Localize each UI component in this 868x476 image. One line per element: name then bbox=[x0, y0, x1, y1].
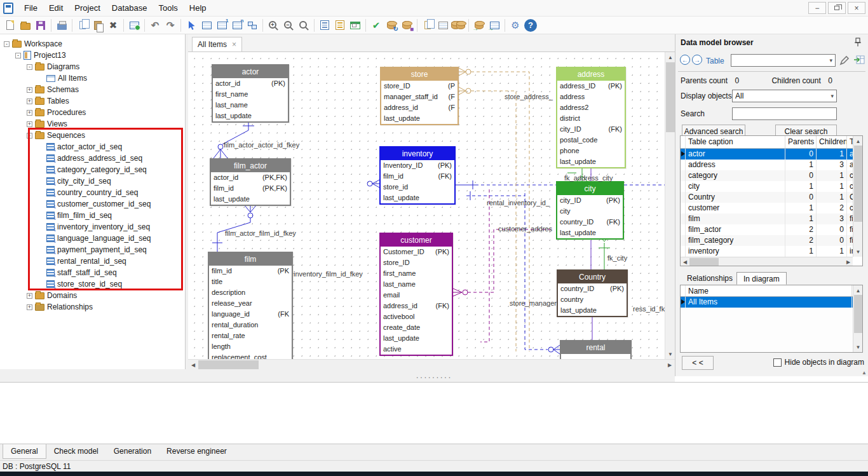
scroll-right-icon[interactable]: ▶ bbox=[665, 360, 675, 370]
tree-item-inventory_inventory_id_seq[interactable]: inventory_inventory_id_seq bbox=[0, 221, 185, 233]
collapse-panel-button[interactable]: < < bbox=[682, 356, 714, 370]
tree-item-project13[interactable]: -Project13 bbox=[0, 50, 185, 61]
scroll-down-icon[interactable]: ▼ bbox=[853, 342, 863, 352]
tree-item-language_language_id_seq[interactable]: language_language_id_seq bbox=[0, 233, 185, 244]
table-row-actor[interactable]: actor01actor bbox=[681, 149, 862, 160]
table-row-film_category[interactable]: film_category20film_category bbox=[681, 235, 862, 246]
close-tab-icon[interactable]: × bbox=[232, 40, 236, 49]
zoom-in-icon[interactable]: + bbox=[266, 18, 281, 33]
expand-icon[interactable]: + bbox=[27, 293, 32, 299]
check-model-icon[interactable]: ✔ bbox=[369, 18, 384, 33]
nav-forward-button[interactable]: → bbox=[692, 55, 702, 65]
help-icon[interactable]: ? bbox=[524, 19, 537, 32]
tree-item-procedures[interactable]: +Procedures bbox=[0, 107, 185, 118]
paste-icon[interactable] bbox=[90, 18, 105, 33]
zoom-reset-icon[interactable] bbox=[296, 18, 311, 33]
tree-item-store_store_id_seq[interactable]: store_store_id_seq bbox=[0, 278, 185, 290]
list-vertical-scrollbar[interactable]: ▲ ▼ bbox=[853, 285, 862, 352]
menu-help[interactable]: Help bbox=[184, 1, 212, 15]
table-store[interactable]: storestore_ID(Pmanager_staff_id(Faddress… bbox=[380, 67, 459, 125]
display-objects-combobox[interactable]: All▾ bbox=[732, 90, 837, 102]
expand-icon[interactable]: + bbox=[27, 87, 32, 93]
table-row-Country[interactable]: Country01Country bbox=[681, 192, 862, 203]
nav-back-button[interactable]: ← bbox=[680, 55, 690, 65]
tree-item-workspace[interactable]: -Workspace bbox=[0, 38, 185, 50]
collapse-icon[interactable]: - bbox=[15, 53, 21, 58]
merge-models-icon[interactable] bbox=[451, 18, 466, 33]
scroll-up-icon[interactable]: ▲ bbox=[853, 285, 863, 296]
grid-vscroll-thumb[interactable] bbox=[854, 146, 862, 222]
settings-icon[interactable]: ⚙ bbox=[508, 18, 523, 33]
scroll-up-icon[interactable]: ▲ bbox=[853, 136, 863, 146]
table-row-film[interactable]: film13film bbox=[681, 214, 862, 224]
menu-database[interactable]: Database bbox=[106, 1, 153, 15]
save-model-icon[interactable] bbox=[33, 18, 48, 33]
expand-icon[interactable]: + bbox=[27, 304, 32, 310]
delete-icon[interactable]: ✖ bbox=[105, 18, 121, 33]
copy-icon[interactable] bbox=[75, 18, 90, 33]
go-to-table-icon[interactable] bbox=[853, 54, 865, 65]
tree-item-rental_rental_id_seq[interactable]: rental_rental_id_seq bbox=[0, 255, 185, 267]
bottom-tab-check-model[interactable]: Check model bbox=[46, 444, 106, 458]
import-model-icon[interactable]: → bbox=[471, 18, 487, 33]
bottom-tab-reverse-engineer[interactable]: Reverse engineer bbox=[159, 444, 234, 458]
panel-scroll-up-icon[interactable]: ▲ bbox=[862, 370, 867, 376]
minimize-button[interactable]: − bbox=[808, 2, 826, 14]
many-to-one-tool-icon[interactable] bbox=[229, 18, 245, 33]
select-tool-icon[interactable] bbox=[184, 18, 199, 33]
tree-item-views[interactable]: +Views bbox=[0, 118, 185, 130]
pin-icon[interactable] bbox=[854, 37, 862, 46]
copy-model-icon[interactable] bbox=[420, 18, 435, 33]
new-table-icon[interactable] bbox=[126, 18, 142, 33]
table-inventory[interactable]: inventoryInventory_ID(PK)film_id(FK)stor… bbox=[379, 146, 456, 205]
table-customer[interactable]: customerCustomer_ID(PK)store_IDfirst_nam… bbox=[379, 233, 453, 356]
subdiagram-tool-icon[interactable] bbox=[245, 18, 260, 33]
er-diagram-canvas[interactable]: actoractor_id(PK)first_namelast_namelast… bbox=[188, 52, 665, 359]
collapse-icon[interactable]: - bbox=[4, 41, 10, 47]
canvas-vscroll-thumb[interactable] bbox=[666, 62, 675, 132]
expand-icon[interactable]: + bbox=[27, 121, 32, 127]
collapse-icon[interactable]: - bbox=[27, 64, 32, 70]
tree-item-city_city_id_seq[interactable]: city_city_id_seq bbox=[0, 175, 185, 187]
scroll-left-icon[interactable]: ◀ bbox=[681, 257, 689, 266]
bottom-tab-general[interactable]: General bbox=[3, 444, 46, 459]
tree-item-film_film_id_seq[interactable]: film_film_id_seq bbox=[0, 210, 185, 221]
menu-edit[interactable]: Edit bbox=[43, 1, 69, 15]
menu-file[interactable]: File bbox=[18, 1, 43, 15]
table-Country[interactable]: Countrycountry_ID(PK)countrylast_update bbox=[557, 269, 628, 317]
tree-item-relationships[interactable]: +Relationships bbox=[0, 301, 185, 313]
sql-preview-icon[interactable] bbox=[332, 18, 348, 33]
canvas-horizontal-scrollbar[interactable]: ◀ ▶ bbox=[188, 359, 675, 369]
new-model-icon[interactable] bbox=[3, 18, 18, 33]
tree-item-schemas[interactable]: +Schemas bbox=[0, 84, 185, 95]
undo-icon[interactable]: ↶ bbox=[147, 18, 163, 33]
table-row-customer[interactable]: customer12customer bbox=[681, 203, 862, 214]
scroll-up-icon[interactable]: ▲ bbox=[665, 52, 675, 62]
tree-item-all-items[interactable]: All Items bbox=[0, 72, 185, 84]
tree-item-diagrams[interactable]: -Diagrams bbox=[0, 61, 185, 72]
tab-in-diagram[interactable]: In diagram bbox=[736, 272, 787, 285]
canvas-hscroll-thumb[interactable] bbox=[198, 360, 259, 369]
copy-table-icon[interactable] bbox=[435, 18, 451, 33]
bottom-tab-generation[interactable]: Generation bbox=[106, 444, 159, 458]
tree-item-customer_customer_id_seq[interactable]: customer_customer_id_seq bbox=[0, 198, 185, 210]
table-actor[interactable]: actoractor_id(PK)first_namelast_namelast… bbox=[212, 64, 289, 123]
hide-objects-checkbox[interactable] bbox=[773, 358, 782, 367]
import-table-icon[interactable]: → bbox=[487, 18, 502, 33]
tree-item-actor_actor_id_seq[interactable]: actor_actor_id_seq bbox=[0, 141, 185, 153]
search-input[interactable] bbox=[732, 107, 837, 120]
tab-all-items[interactable]: All Items × bbox=[192, 37, 242, 51]
zoom-out-icon[interactable]: − bbox=[281, 18, 296, 33]
scroll-right-icon[interactable]: ▶ bbox=[844, 257, 853, 266]
redo-icon[interactable]: ↷ bbox=[163, 18, 178, 33]
list-vscroll-thumb[interactable] bbox=[854, 295, 862, 333]
diagram-list-item[interactable]: All Items bbox=[681, 297, 862, 308]
grid-horizontal-scrollbar[interactable]: ◀ ▶ bbox=[681, 257, 853, 266]
scroll-down-icon[interactable]: ▼ bbox=[853, 247, 863, 257]
tree-item-address_address_id_seq[interactable]: address_address_id_seq bbox=[0, 153, 185, 164]
grid-hscroll-thumb[interactable] bbox=[689, 258, 719, 266]
close-button[interactable]: × bbox=[848, 2, 865, 14]
edit-pencil-icon[interactable] bbox=[839, 55, 850, 65]
table-city[interactable]: citycity_ID(PK)citycountry_ID(FK)last_up… bbox=[556, 181, 624, 240]
tree-item-domains[interactable]: +Domains bbox=[0, 290, 185, 301]
